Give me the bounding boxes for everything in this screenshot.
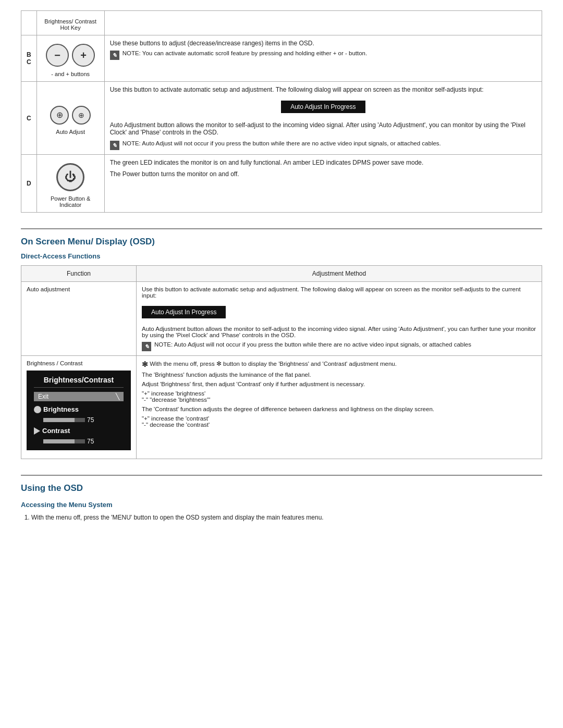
osd-contrast-value: 75 [87, 438, 94, 445]
plus-minus-note: NOTE: You can activate automatic scroll … [123, 50, 368, 56]
osd-exit-row[interactable]: Exit ╲ [34, 392, 124, 401]
osd-panel: Brightness/Contrast Exit ╲ Brightness [27, 371, 131, 450]
da-bc-desc-4: "+" increase 'brightness'"-" "decrease '… [142, 390, 536, 403]
osd-contrast-triangle-icon [34, 427, 40, 435]
da-bc-desc-1: ✻ With the menu off, press ✻ button to d… [142, 360, 536, 368]
power-desc-cell: The green LED indicates the monitor is o… [104, 155, 542, 213]
da-bc-desc-3: Adjust 'Brightness' first, then adjust '… [142, 381, 536, 387]
power-desc-line2: The Power button turns the monitor on an… [110, 170, 536, 178]
power-button-icon: ⏻ [56, 163, 84, 191]
direct-access-table: Function Adjustment Method Auto adjustme… [21, 265, 542, 459]
power-label: Power Button & Indicator [42, 195, 99, 208]
using-osd-section: Using the OSD Accessing the Menu System … [21, 483, 542, 521]
da-auto-adjust-desc-before: Use this button to activate automatic se… [142, 286, 536, 299]
da-bc-function-label: Brightness / Contrast [27, 360, 131, 366]
section-divider-2 [21, 475, 542, 476]
row-label-c: C [21, 82, 37, 155]
osd-section-title: On Screen Menu/ Display (OSD) [21, 237, 542, 247]
auto-adjust-plus-icon: ⊕ [50, 106, 69, 125]
auto-adjust-desc-after: Auto Adjustment button allows the monito… [110, 121, 536, 136]
da-bc-desc-5: The 'Contrast' function adjusts the degr… [142, 406, 536, 412]
plus-minus-label: - and + buttons [42, 71, 99, 77]
auto-adjust-label: Auto Adjust [42, 129, 99, 135]
plus-minus-note-block: ✎ NOTE: You can activate automatic scrol… [110, 50, 536, 60]
osd-brightness-row: Brightness [34, 405, 124, 413]
da-row-brightness-contrast: Brightness / Contrast Brightness/Contras… [21, 356, 542, 459]
osd-brightness-label: Brightness [43, 405, 80, 413]
direct-access-subtitle: Direct-Access Functions [21, 252, 542, 260]
empty-label-cell [21, 11, 37, 35]
note-icon-2: ✎ [110, 141, 119, 150]
row-label-bc: B C [21, 35, 37, 82]
section-divider-1 [21, 228, 542, 229]
power-icon-wrap: ⏻ [42, 163, 99, 191]
auto-adjust-note-block: ✎ NOTE: Auto Adjust will not occur if yo… [110, 140, 536, 150]
accessing-menu-steps: With the menu off, press the 'MENU' butt… [31, 514, 542, 521]
plus-button-icon: + [72, 44, 95, 67]
da-desc-auto-adjust: Use this button to activate automatic se… [137, 282, 542, 356]
da-bc-desc-1-text: With the menu off, press ✻ button to dis… [150, 361, 397, 367]
row-label-d: D [21, 155, 37, 213]
plus-minus-desc-cell: Use these buttons to adjust (decrease/in… [104, 35, 542, 82]
da-auto-adjust-note: NOTE: Auto Adjust will not occur if you … [154, 341, 471, 348]
auto-adjust-desc-cell: Use this button to activate automatic se… [104, 82, 542, 155]
table-row-d: D ⏻ Power Button & Indicator The green L… [21, 155, 542, 213]
accessing-menu-step-1: With the menu off, press the 'MENU' butt… [31, 514, 324, 521]
minus-button-icon: − [46, 44, 69, 67]
auto-adjust-icon-cell: ⊕ ⊕ Auto Adjust [36, 82, 104, 155]
da-desc-brightness-contrast: ✻ With the menu off, press ✻ button to d… [137, 356, 542, 459]
accessing-menu-subtitle: Accessing the Menu System [21, 501, 542, 509]
table-row-c: C ⊕ ⊕ Auto Adjust Use this button to act… [21, 82, 542, 155]
auto-adjust-icons: ⊕ ⊕ [42, 106, 99, 125]
da-bc-desc-2: The 'Brightness' function adjusts the lu… [142, 372, 536, 378]
osd-panel-title: Brightness/Contrast [34, 376, 124, 388]
auto-adjust-btn-icon: ⊕ [72, 106, 91, 125]
da-col-adjustment: Adjustment Method [137, 266, 542, 282]
plus-minus-desc: Use these buttons to adjust (decrease/in… [110, 40, 536, 47]
osd-exit-icon: ╲ [116, 393, 119, 400]
osd-section: On Screen Menu/ Display (OSD) Direct-Acc… [21, 237, 542, 459]
osd-brightness-slider[interactable] [43, 418, 85, 422]
hotkey-desc-cell [104, 11, 542, 35]
osd-contrast-label: Contrast [42, 427, 79, 435]
power-icon-cell: ⏻ Power Button & Indicator [36, 155, 104, 213]
osd-contrast-row: Contrast [34, 427, 124, 435]
table-row-bc: B C − + - and + buttons Use these button… [21, 35, 542, 82]
da-bc-desc-6: "+" increase the 'contrast'"-" decrease … [142, 415, 536, 428]
osd-brightness-value: 75 [87, 416, 94, 424]
accessing-menu-block: Accessing the Menu System With the menu … [21, 501, 542, 521]
da-func-auto-adjust: Auto adjustment [21, 282, 137, 356]
controls-table: Brightness/ Contrast Hot Key B C − + - a… [21, 10, 542, 213]
da-auto-adjust-note-block: ✎ NOTE: Auto Adjust will not occur if yo… [142, 341, 536, 351]
da-row-auto-adjust: Auto adjustment Use this button to activ… [21, 282, 542, 356]
osd-exit-label: Exit [38, 393, 48, 400]
osd-brightness-dot-icon [34, 406, 41, 413]
da-col-function: Function [21, 266, 137, 282]
da-table-header-row: Function Adjustment Method [21, 266, 542, 282]
power-desc-line1: The green LED indicates the monitor is o… [110, 159, 536, 166]
plus-minus-icon-cell: − + - and + buttons [36, 35, 104, 82]
plus-minus-icons: − + [42, 44, 99, 67]
hotkey-icon-cell: Brightness/ Contrast Hot Key [36, 11, 104, 35]
note-icon-1: ✎ [110, 51, 119, 60]
sun-icon: ✻ [142, 360, 148, 368]
da-auto-adjust-desc-after: Auto Adjustment button allows the monito… [142, 326, 536, 338]
da-func-brightness-contrast: Brightness / Contrast Brightness/Contras… [21, 356, 137, 459]
table-row: Brightness/ Contrast Hot Key [21, 11, 542, 35]
auto-adjust-note: NOTE: Auto Adjust will not occur if you … [123, 140, 441, 146]
list-item: With the menu off, press the 'MENU' butt… [31, 514, 542, 521]
auto-adjust-desc-before: Use this button to activate automatic se… [110, 86, 536, 93]
note-icon-da: ✎ [142, 342, 151, 351]
osd-contrast-slider[interactable] [43, 439, 85, 443]
using-osd-title: Using the OSD [21, 483, 542, 493]
auto-adjust-bar-da: Auto Adjust In Progress [142, 306, 226, 318]
hotkey-label: Brightness/ Contrast Hot Key [42, 18, 99, 31]
auto-adjust-bar-top: Auto Adjust In Progress [281, 101, 365, 113]
